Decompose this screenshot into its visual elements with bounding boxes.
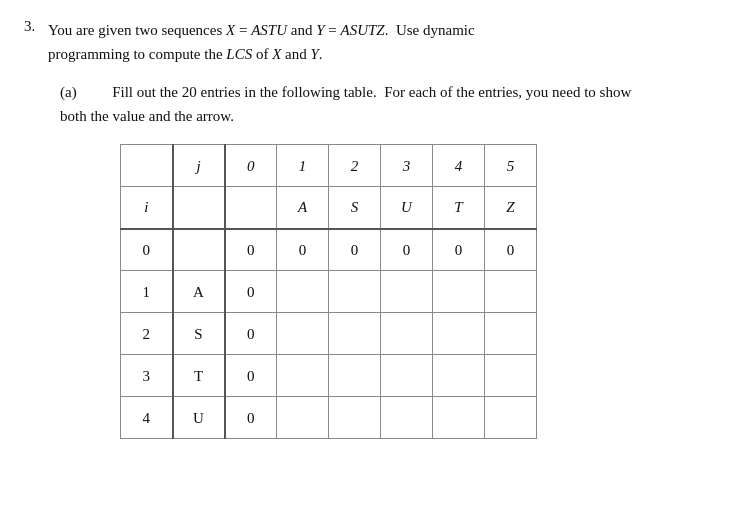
cell-2-3 bbox=[381, 313, 433, 355]
x2-var: X bbox=[272, 46, 281, 62]
cell-j4: 4 bbox=[433, 145, 485, 187]
cell-1-5 bbox=[485, 271, 537, 313]
problem-line2: programming to compute the LCS of X and … bbox=[48, 42, 732, 66]
cell-4-3 bbox=[381, 397, 433, 439]
x-var: X bbox=[226, 22, 235, 38]
cell-i-empty bbox=[173, 187, 225, 229]
problem-line1: You are given two sequences X = ASTU and… bbox=[48, 18, 732, 42]
problem-text: You are given two sequences X = ASTU and… bbox=[48, 18, 732, 439]
lcs-label: LCS bbox=[226, 46, 252, 62]
cell-y4: T bbox=[433, 187, 485, 229]
cell-y0 bbox=[225, 187, 277, 229]
eq2: = bbox=[325, 22, 341, 38]
data-row-3: 3 T 0 bbox=[121, 355, 537, 397]
cell-i0: 0 bbox=[121, 229, 173, 271]
dot2: . bbox=[319, 46, 323, 62]
i-header-row: i A S U T Z bbox=[121, 187, 537, 229]
data-row-1: 1 A 0 bbox=[121, 271, 537, 313]
cell-4-0: 0 bbox=[225, 397, 277, 439]
cell-0-0: 0 bbox=[225, 229, 277, 271]
cell-2-1 bbox=[277, 313, 329, 355]
cell-j3: 3 bbox=[381, 145, 433, 187]
cell-i-label: i bbox=[121, 187, 173, 229]
cell-y1: A bbox=[277, 187, 329, 229]
and-text: and bbox=[287, 22, 316, 38]
cell-3-2 bbox=[329, 355, 381, 397]
cell-j5: 5 bbox=[485, 145, 537, 187]
y-val: ASUTZ bbox=[341, 22, 385, 38]
cell-0-3: 0 bbox=[381, 229, 433, 271]
x-val: ASTU bbox=[251, 22, 287, 38]
cell-4-1 bbox=[277, 397, 329, 439]
and2-text: and bbox=[281, 46, 310, 62]
cell-0-1: 0 bbox=[277, 229, 329, 271]
cell-2-4 bbox=[433, 313, 485, 355]
cell-j1: 1 bbox=[277, 145, 329, 187]
cell-3-3 bbox=[381, 355, 433, 397]
cell-y5: Z bbox=[485, 187, 537, 229]
cell-2-2 bbox=[329, 313, 381, 355]
j-header-row: j 0 1 2 3 4 5 bbox=[121, 145, 537, 187]
eq1: = bbox=[235, 22, 251, 38]
intro-text1: You are given two sequences bbox=[48, 22, 226, 38]
cell-top-left-empty bbox=[121, 145, 173, 187]
cell-3-0: 0 bbox=[225, 355, 277, 397]
cell-2-5 bbox=[485, 313, 537, 355]
table-container: j 0 1 2 3 4 5 i A S U bbox=[120, 144, 732, 439]
cell-0-4: 0 bbox=[433, 229, 485, 271]
cell-i4: 4 bbox=[121, 397, 173, 439]
cell-1-1 bbox=[277, 271, 329, 313]
cell-4-4 bbox=[433, 397, 485, 439]
of-xy-text: of bbox=[252, 46, 272, 62]
cell-1-3 bbox=[381, 271, 433, 313]
cell-4-2 bbox=[329, 397, 381, 439]
cell-j0: 0 bbox=[225, 145, 277, 187]
cell-i3: 3 bbox=[121, 355, 173, 397]
cell-1-2 bbox=[329, 271, 381, 313]
cell-x3: T bbox=[173, 355, 225, 397]
cell-y2: S bbox=[329, 187, 381, 229]
data-row-0: 0 0 0 0 0 0 0 bbox=[121, 229, 537, 271]
y-var: Y bbox=[316, 22, 324, 38]
cell-x1: A bbox=[173, 271, 225, 313]
cell-j2: 2 bbox=[329, 145, 381, 187]
cell-0-2: 0 bbox=[329, 229, 381, 271]
cell-0-5: 0 bbox=[485, 229, 537, 271]
cell-x2: S bbox=[173, 313, 225, 355]
problem-number: 3. bbox=[24, 18, 35, 35]
cell-x0 bbox=[173, 229, 225, 271]
problem-container: 3. You are given two sequences X = ASTU … bbox=[24, 18, 732, 439]
use-dp: Use dynamic bbox=[388, 22, 474, 38]
data-row-2: 2 S 0 bbox=[121, 313, 537, 355]
part-a-label: (a) bbox=[60, 84, 80, 100]
cell-j-label: j bbox=[173, 145, 225, 187]
cell-i1: 1 bbox=[121, 271, 173, 313]
cell-x4: U bbox=[173, 397, 225, 439]
cell-3-5 bbox=[485, 355, 537, 397]
part-a: (a) Fill out the 20 entries in the follo… bbox=[60, 80, 732, 439]
part-a-text: Fill out the 20 entries in the following… bbox=[60, 84, 631, 124]
dp-text: programming to compute the bbox=[48, 46, 226, 62]
cell-1-4 bbox=[433, 271, 485, 313]
cell-i2: 2 bbox=[121, 313, 173, 355]
cell-3-4 bbox=[433, 355, 485, 397]
data-row-4: 4 U 0 bbox=[121, 397, 537, 439]
lcs-table: j 0 1 2 3 4 5 i A S U bbox=[120, 144, 537, 439]
cell-1-0: 0 bbox=[225, 271, 277, 313]
y2-var: Y bbox=[311, 46, 319, 62]
cell-2-0: 0 bbox=[225, 313, 277, 355]
cell-y3: U bbox=[381, 187, 433, 229]
cell-4-5 bbox=[485, 397, 537, 439]
cell-3-1 bbox=[277, 355, 329, 397]
